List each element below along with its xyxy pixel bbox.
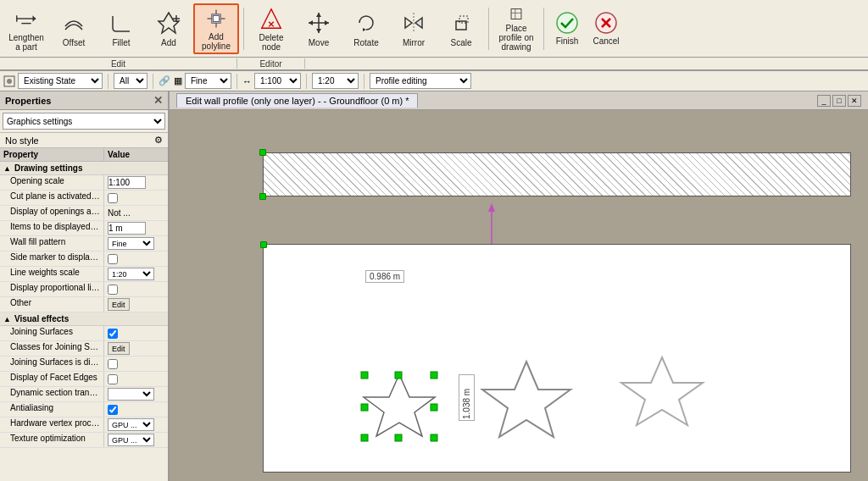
display-openings-label: Display of openings ab... bbox=[0, 206, 104, 220]
texture-opt-select[interactable]: GPU ... bbox=[108, 434, 154, 446]
svg-marker-38 bbox=[488, 203, 495, 212]
hw-vertex-select[interactable]: GPU ... bbox=[108, 418, 154, 431]
hw-vertex-value: GPU ... bbox=[104, 417, 168, 432]
star-medium bbox=[482, 362, 570, 437]
canvas-tab-bar: Edit wall profile (only one layer) - - G… bbox=[170, 91, 868, 110]
cut-plane-label: Cut plane is activated o... bbox=[0, 191, 104, 205]
svg-marker-19 bbox=[316, 29, 321, 33]
svg-rect-41 bbox=[431, 372, 437, 379]
rotate-button[interactable]: Rotate bbox=[343, 3, 389, 54]
graphics-settings-section: Graphics settings bbox=[0, 110, 168, 133]
toolbar-section-labels: Edit Editor bbox=[0, 58, 868, 71]
display-prop-label: Display proportional lin... bbox=[0, 282, 104, 296]
joining-disabled-checkbox[interactable] bbox=[108, 359, 118, 369]
svg-rect-43 bbox=[431, 434, 437, 441]
mirror-button[interactable]: Mirror bbox=[391, 3, 437, 54]
line-scale-dropdown[interactable]: 1:20 bbox=[312, 73, 359, 89]
svg-marker-25 bbox=[415, 18, 422, 28]
lengthen-button[interactable]: Lengthen a part bbox=[3, 3, 49, 54]
wall-handle-bl[interactable] bbox=[259, 193, 266, 200]
display-prop-checkbox[interactable] bbox=[108, 285, 118, 295]
svg-rect-47 bbox=[361, 404, 368, 411]
other-edit-button[interactable]: Edit bbox=[108, 298, 130, 311]
all-selector: All bbox=[114, 73, 147, 89]
classes-joining-edit-button[interactable]: Edit bbox=[108, 342, 130, 355]
move-button[interactable]: Move bbox=[296, 3, 342, 54]
profile-editing-label: Profile editing bbox=[370, 73, 471, 89]
joining-disabled-value bbox=[104, 357, 168, 371]
drawing-settings-label: Drawing settings bbox=[14, 163, 83, 173]
profile-editing-dropdown[interactable]: Profile editing bbox=[370, 73, 471, 89]
restore-button[interactable]: □ bbox=[832, 95, 846, 107]
value-col-header: Value bbox=[104, 148, 168, 161]
facet-edges-checkbox[interactable] bbox=[108, 374, 118, 384]
canvas-tab[interactable]: Edit wall profile (only one layer) - - G… bbox=[176, 93, 418, 108]
svg-marker-20 bbox=[309, 20, 313, 25]
classes-joining-value: Edit bbox=[104, 341, 168, 356]
svg-marker-13 bbox=[262, 8, 281, 28]
antialiasing-value bbox=[104, 402, 168, 417]
drawing-settings-group[interactable]: ▲ Drawing settings bbox=[0, 162, 168, 175]
all-dropdown[interactable]: All bbox=[114, 73, 147, 89]
classes-joining-label: Classes for Joining Surfaces bbox=[0, 341, 104, 356]
svg-rect-45 bbox=[431, 404, 437, 411]
wall-fill-value: Fine bbox=[104, 236, 168, 251]
add-polyline-button[interactable]: Add polyline bbox=[193, 3, 239, 54]
settings-gear-icon[interactable]: ⚙ bbox=[154, 135, 163, 146]
joining-surfaces-checkbox[interactable] bbox=[108, 329, 118, 339]
offset-button[interactable]: Offset bbox=[51, 3, 97, 54]
cut-plane-row: Cut plane is activated o... bbox=[0, 191, 168, 206]
scale-selector: ↔ 1:100 bbox=[242, 73, 301, 89]
svg-rect-44 bbox=[395, 372, 402, 379]
line-weights-select[interactable]: 1:20 bbox=[108, 268, 154, 280]
cut-plane-checkbox[interactable] bbox=[108, 193, 118, 203]
svg-marker-22 bbox=[363, 28, 366, 31]
cut-plane-value bbox=[104, 191, 168, 205]
svg-marker-39 bbox=[364, 374, 435, 436]
dynamic-section-select[interactable] bbox=[108, 388, 154, 401]
fill-dropdown[interactable]: Fine bbox=[185, 73, 231, 89]
side-marker-checkbox[interactable] bbox=[108, 254, 118, 264]
cancel-button[interactable]: Cancel bbox=[587, 3, 625, 54]
opening-scale-input[interactable] bbox=[108, 176, 146, 189]
svg-marker-2 bbox=[33, 15, 36, 22]
editor-section-label-bar: Editor bbox=[237, 58, 305, 69]
antialiasing-row: Antialiasing bbox=[0, 402, 168, 417]
delete-node-button[interactable]: Delete node bbox=[248, 3, 294, 54]
visual-effects-group[interactable]: ▲ Visual effects bbox=[0, 312, 168, 326]
facet-edges-row: Display of Facet Edges bbox=[0, 372, 168, 387]
dynamic-section-value bbox=[104, 387, 168, 401]
graphics-settings-dropdown[interactable]: Graphics settings bbox=[3, 113, 165, 130]
place-profile-button[interactable]: Place profile on drawing bbox=[493, 3, 539, 54]
state-dropdown[interactable]: Existing State bbox=[18, 73, 103, 89]
items-displayed-input[interactable] bbox=[108, 222, 146, 235]
joining-disabled-label: Joining Surfaces is disa... bbox=[0, 357, 104, 371]
main-area: Properties ✕ Graphics settings No style … bbox=[0, 91, 868, 481]
svg-rect-40 bbox=[361, 372, 368, 379]
close-canvas-button[interactable]: ✕ bbox=[848, 95, 861, 107]
add-button[interactable]: Add bbox=[146, 3, 192, 54]
props-header: Property Value bbox=[0, 148, 168, 162]
side-marker-label: Side marker to display ... bbox=[0, 252, 104, 266]
wall-fill-row: Wall fill pattern Fine bbox=[0, 236, 168, 252]
visual-group-collapse-icon: ▲ bbox=[3, 315, 11, 323]
scale-button[interactable]: Scale bbox=[438, 3, 484, 54]
state-icon bbox=[3, 75, 15, 87]
items-displayed-value bbox=[104, 221, 168, 235]
drawing-canvas[interactable]: 0.986 m 1.038 m bbox=[170, 110, 868, 481]
tb2-divider-4 bbox=[306, 74, 307, 89]
canvas-tab-title: Edit wall profile (only one layer) - - G… bbox=[186, 96, 409, 106]
svg-rect-28 bbox=[511, 8, 521, 19]
scale-dropdown[interactable]: 1:100 bbox=[254, 73, 301, 89]
properties-close-button[interactable]: ✕ bbox=[153, 94, 163, 107]
antialiasing-checkbox[interactable] bbox=[108, 405, 118, 415]
wall-handle-tl[interactable] bbox=[259, 149, 266, 156]
wall-fill-select[interactable]: Fine bbox=[108, 237, 154, 250]
finish-button[interactable]: Finish bbox=[548, 3, 586, 54]
lower-box-handle[interactable] bbox=[260, 241, 267, 248]
minimize-button[interactable]: _ bbox=[817, 95, 831, 107]
svg-rect-12 bbox=[214, 15, 220, 21]
fillet-button[interactable]: Fillet bbox=[98, 3, 144, 54]
wall-hatch-pattern bbox=[264, 153, 850, 196]
facet-edges-value bbox=[104, 372, 168, 386]
